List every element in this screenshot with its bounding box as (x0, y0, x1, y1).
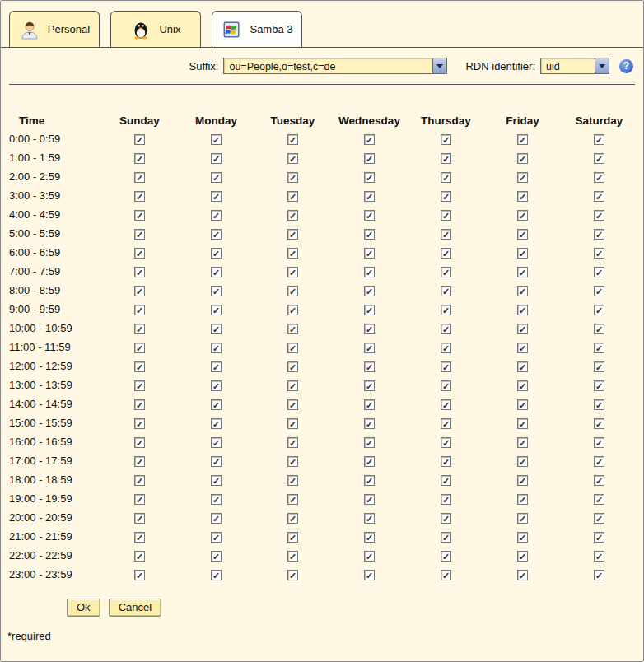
logon-hour-checkbox[interactable]: ✓ (594, 153, 604, 164)
logon-hour-checkbox[interactable]: ✓ (441, 532, 451, 543)
logon-hour-checkbox[interactable]: ✓ (517, 172, 528, 183)
logon-hour-checkbox[interactable]: ✓ (287, 551, 298, 562)
logon-hour-checkbox[interactable]: ✓ (211, 418, 222, 429)
logon-hour-checkbox[interactable]: ✓ (287, 324, 298, 334)
logon-hour-checkbox[interactable]: ✓ (211, 210, 222, 221)
logon-hour-checkbox[interactable]: ✓ (441, 494, 451, 505)
logon-hour-checkbox[interactable]: ✓ (364, 570, 375, 580)
logon-hour-checkbox[interactable]: ✓ (134, 513, 145, 524)
logon-hour-checkbox[interactable]: ✓ (441, 134, 451, 145)
logon-hour-checkbox[interactable]: ✓ (287, 475, 298, 486)
logon-hour-checkbox[interactable]: ✓ (287, 380, 298, 391)
logon-hour-checkbox[interactable]: ✓ (517, 513, 528, 524)
logon-hour-checkbox[interactable]: ✓ (211, 551, 222, 562)
logon-hour-checkbox[interactable]: ✓ (517, 380, 528, 391)
logon-hour-checkbox[interactable]: ✓ (364, 210, 375, 221)
logon-hour-checkbox[interactable]: ✓ (517, 343, 528, 353)
logon-hour-checkbox[interactable]: ✓ (287, 570, 298, 580)
logon-hour-checkbox[interactable]: ✓ (211, 324, 222, 334)
logon-hour-checkbox[interactable]: ✓ (441, 418, 451, 429)
logon-hour-checkbox[interactable]: ✓ (364, 494, 375, 505)
logon-hour-checkbox[interactable]: ✓ (211, 191, 222, 202)
logon-hour-checkbox[interactable]: ✓ (517, 153, 528, 164)
logon-hour-checkbox[interactable]: ✓ (287, 437, 298, 448)
logon-hour-checkbox[interactable]: ✓ (441, 153, 451, 164)
logon-hour-checkbox[interactable]: ✓ (441, 551, 451, 562)
logon-hour-checkbox[interactable]: ✓ (441, 513, 451, 524)
logon-hour-checkbox[interactable]: ✓ (134, 134, 145, 145)
logon-hour-checkbox[interactable]: ✓ (287, 286, 298, 296)
logon-hour-checkbox[interactable]: ✓ (364, 532, 375, 543)
logon-hour-checkbox[interactable]: ✓ (134, 475, 145, 486)
logon-hour-checkbox[interactable]: ✓ (211, 532, 222, 543)
logon-hour-checkbox[interactable]: ✓ (364, 248, 375, 259)
logon-hour-checkbox[interactable]: ✓ (134, 229, 145, 240)
logon-hour-checkbox[interactable]: ✓ (364, 418, 375, 429)
logon-hour-checkbox[interactable]: ✓ (441, 324, 451, 334)
logon-hour-checkbox[interactable]: ✓ (441, 380, 451, 391)
logon-hour-checkbox[interactable]: ✓ (364, 286, 375, 296)
logon-hour-checkbox[interactable]: ✓ (594, 437, 604, 448)
logon-hour-checkbox[interactable]: ✓ (441, 248, 451, 259)
logon-hour-checkbox[interactable]: ✓ (134, 456, 145, 467)
logon-hour-checkbox[interactable]: ✓ (594, 248, 604, 259)
logon-hour-checkbox[interactable]: ✓ (134, 361, 145, 372)
logon-hour-checkbox[interactable]: ✓ (211, 248, 222, 259)
logon-hour-checkbox[interactable]: ✓ (211, 494, 222, 505)
help-icon[interactable]: ? (619, 59, 633, 73)
logon-hour-checkbox[interactable]: ✓ (441, 172, 451, 183)
logon-hour-checkbox[interactable]: ✓ (517, 361, 528, 372)
logon-hour-checkbox[interactable]: ✓ (134, 437, 145, 448)
logon-hour-checkbox[interactable]: ✓ (211, 570, 222, 580)
rdn-identifier-select[interactable]: uid (540, 58, 609, 74)
logon-hour-checkbox[interactable]: ✓ (211, 134, 222, 145)
logon-hour-checkbox[interactable]: ✓ (287, 343, 298, 353)
logon-hour-checkbox[interactable]: ✓ (287, 513, 298, 524)
logon-hour-checkbox[interactable]: ✓ (364, 343, 375, 353)
logon-hour-checkbox[interactable]: ✓ (594, 191, 604, 202)
logon-hour-checkbox[interactable]: ✓ (517, 551, 528, 562)
logon-hour-checkbox[interactable]: ✓ (517, 324, 528, 334)
logon-hour-checkbox[interactable]: ✓ (211, 513, 222, 524)
logon-hour-checkbox[interactable]: ✓ (211, 229, 222, 240)
logon-hour-checkbox[interactable]: ✓ (364, 324, 375, 334)
logon-hour-checkbox[interactable]: ✓ (594, 380, 604, 391)
logon-hour-checkbox[interactable]: ✓ (134, 551, 145, 562)
logon-hour-checkbox[interactable]: ✓ (287, 191, 298, 202)
logon-hour-checkbox[interactable]: ✓ (134, 532, 145, 543)
logon-hour-checkbox[interactable]: ✓ (364, 456, 375, 467)
suffix-select[interactable]: ou=People,o=test,c=de (223, 58, 447, 74)
logon-hour-checkbox[interactable]: ✓ (287, 494, 298, 505)
logon-hour-checkbox[interactable]: ✓ (364, 475, 375, 486)
logon-hour-checkbox[interactable]: ✓ (134, 248, 145, 259)
logon-hour-checkbox[interactable]: ✓ (134, 267, 145, 277)
logon-hour-checkbox[interactable]: ✓ (134, 210, 145, 221)
logon-hour-checkbox[interactable]: ✓ (287, 532, 298, 543)
logon-hour-checkbox[interactable]: ✓ (364, 361, 375, 372)
logon-hour-checkbox[interactable]: ✓ (441, 305, 451, 315)
logon-hour-checkbox[interactable]: ✓ (594, 324, 604, 334)
cancel-button[interactable]: Cancel (109, 599, 161, 617)
logon-hour-checkbox[interactable]: ✓ (594, 570, 604, 580)
logon-hour-checkbox[interactable]: ✓ (594, 456, 604, 467)
logon-hour-checkbox[interactable]: ✓ (211, 172, 222, 183)
logon-hour-checkbox[interactable]: ✓ (287, 153, 298, 164)
logon-hour-checkbox[interactable]: ✓ (134, 286, 145, 296)
logon-hour-checkbox[interactable]: ✓ (211, 456, 222, 467)
logon-hour-checkbox[interactable]: ✓ (134, 399, 145, 410)
logon-hour-checkbox[interactable]: ✓ (441, 286, 451, 296)
logon-hour-checkbox[interactable]: ✓ (287, 172, 298, 183)
logon-hour-checkbox[interactable]: ✓ (517, 210, 528, 221)
logon-hour-checkbox[interactable]: ✓ (517, 532, 528, 543)
tab-samba3[interactable]: Samba 3 (212, 11, 302, 47)
logon-hour-checkbox[interactable]: ✓ (594, 229, 604, 240)
logon-hour-checkbox[interactable]: ✓ (441, 437, 451, 448)
logon-hour-checkbox[interactable]: ✓ (594, 286, 604, 296)
logon-hour-checkbox[interactable]: ✓ (211, 475, 222, 486)
logon-hour-checkbox[interactable]: ✓ (517, 475, 528, 486)
logon-hour-checkbox[interactable]: ✓ (211, 437, 222, 448)
logon-hour-checkbox[interactable]: ✓ (441, 475, 451, 486)
logon-hour-checkbox[interactable]: ✓ (594, 134, 604, 145)
logon-hour-checkbox[interactable]: ✓ (441, 191, 451, 202)
logon-hour-checkbox[interactable]: ✓ (134, 494, 145, 505)
